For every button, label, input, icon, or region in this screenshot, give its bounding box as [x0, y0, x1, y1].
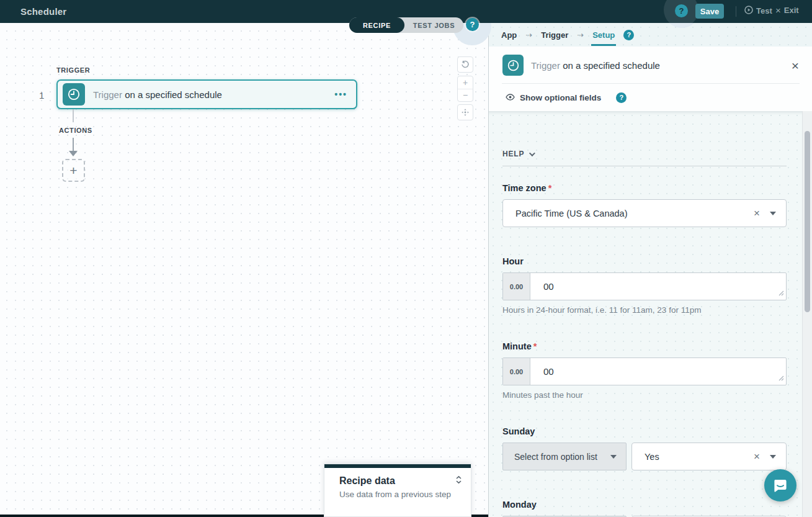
sunday-picker-label: Select from option list	[514, 452, 597, 462]
timezone-select[interactable]: Pacific Time (US & Canada) ×	[502, 199, 787, 227]
hour-hint: Hours in 24-hour format, i.e. 11 for 11a…	[502, 305, 701, 315]
view-toggle: RECIPE TEST JOBS	[349, 17, 463, 33]
sunday-select[interactable]: Yes ×	[631, 443, 787, 470]
breadcrumb-arrow-icon: ⇢	[577, 30, 584, 40]
timezone-label: Time zone*	[502, 183, 551, 193]
caret-down-icon	[610, 455, 617, 459]
chat-icon	[772, 477, 788, 493]
app-title: Scheduler	[20, 6, 66, 17]
recipe-data-subtitle: Use data from a previous step	[339, 490, 462, 499]
breadcrumb: App ⇢ Trigger ⇢ Setup ?	[489, 23, 812, 47]
actions-section-label: ACTIONS	[59, 127, 92, 134]
help-icon[interactable]: ?	[623, 30, 634, 40]
caret-down-icon[interactable]	[770, 212, 776, 215]
step-title-rest: on a specified schedule	[125, 89, 222, 100]
help-label: HELP	[502, 150, 524, 158]
trigger-header: Trigger on a specified schedule ×	[489, 47, 812, 84]
minute-input[interactable]: 0.00 00	[502, 357, 787, 385]
play-icon	[744, 6, 753, 16]
zoom-controls: + −	[457, 76, 473, 102]
optional-fields-row: Show optional fields ?	[489, 84, 812, 111]
test-button[interactable]: Test	[744, 6, 772, 16]
undo-button[interactable]	[457, 56, 473, 73]
breadcrumb-arrow-icon: ⇢	[525, 30, 532, 40]
undo-icon	[461, 60, 470, 69]
add-step-button[interactable]: +	[62, 159, 85, 182]
required-asterisk: *	[548, 183, 552, 193]
connector-line	[73, 109, 74, 122]
hour-label: Hour	[502, 256, 524, 266]
zoom-in-button[interactable]: +	[458, 76, 473, 89]
help-icon[interactable]: ?	[616, 92, 627, 103]
minute-format-badge[interactable]: 0.00	[503, 358, 530, 385]
sunday-picker-dropdown[interactable]: Select from option list	[502, 443, 627, 470]
breadcrumb-app[interactable]: App	[501, 30, 517, 40]
resize-handle[interactable]	[779, 287, 784, 298]
scrollbar-thumb[interactable]	[805, 131, 810, 312]
minute-value[interactable]: 00	[530, 358, 786, 385]
tab-test-jobs[interactable]: TEST JOBS	[404, 17, 463, 33]
recipe-data-panel[interactable]: Recipe data Use data from a previous ste…	[324, 464, 471, 517]
hour-input[interactable]: 0.00 00	[502, 272, 787, 300]
hour-value[interactable]: 00	[530, 273, 786, 300]
panel-title-prefix: Trigger	[531, 60, 560, 71]
clock-icon	[63, 83, 85, 106]
config-panel: App ⇢ Trigger ⇢ Setup ? Trigger on a spe…	[488, 23, 812, 517]
fit-view-button[interactable]	[457, 104, 473, 120]
step-title: Trigger on a specified schedule	[93, 89, 222, 100]
plus-icon: +	[69, 163, 77, 178]
eye-icon	[506, 92, 515, 103]
close-icon: ×	[775, 6, 781, 15]
resize-handle[interactable]	[779, 372, 784, 383]
minute-label: Minute*	[502, 341, 537, 351]
hour-format-badge[interactable]: 0.00	[503, 273, 530, 300]
trigger-step-card[interactable]: Trigger on a specified schedule •••	[56, 79, 357, 109]
trigger-setup-form: HELP Time zone* Pacific Time (US & Canad…	[489, 111, 812, 517]
arrow-down-icon	[73, 138, 74, 151]
required-asterisk: *	[533, 341, 537, 351]
breadcrumb-setup[interactable]: Setup	[592, 30, 615, 40]
tab-recipe[interactable]: RECIPE	[349, 17, 404, 33]
zoom-out-button[interactable]: −	[458, 89, 473, 102]
panel-title: Trigger on a specified schedule	[531, 60, 660, 71]
timezone-value: Pacific Time (US & Canada)	[515, 209, 628, 218]
test-label: Test	[756, 6, 772, 16]
help-toggle[interactable]: HELP	[502, 150, 533, 158]
clock-icon	[502, 55, 524, 76]
exit-button[interactable]: × Exit	[775, 6, 799, 15]
fit-view-icon	[461, 108, 470, 117]
trigger-section-label: TRIGGER	[56, 66, 90, 74]
close-icon[interactable]: ×	[792, 59, 799, 72]
sunday-label: Sunday	[502, 426, 535, 436]
panel-title-rest: on a specified schedule	[563, 60, 660, 71]
minute-hint: Minutes past the hour	[502, 390, 583, 400]
panel-scrollbar[interactable]	[802, 111, 812, 517]
clear-icon[interactable]: ×	[754, 208, 760, 218]
step-menu-icon[interactable]: •••	[334, 89, 347, 99]
breadcrumb-trigger[interactable]: Trigger	[541, 30, 568, 40]
exit-label: Exit	[784, 6, 799, 15]
clear-icon[interactable]: ×	[754, 451, 760, 462]
caret-down-icon[interactable]	[770, 455, 776, 459]
chat-button[interactable]	[764, 469, 796, 501]
collapse-icon[interactable]	[455, 475, 462, 487]
step-title-prefix: Trigger	[93, 89, 122, 100]
monday-label: Monday	[502, 500, 537, 510]
divider	[502, 166, 787, 166]
recipe-canvas: TRIGGER 1 Trigger on a specified schedul…	[0, 23, 488, 517]
topbar-divider	[736, 6, 736, 17]
help-beacon-icon[interactable]: ?	[466, 18, 479, 31]
save-button[interactable]: Save	[695, 4, 724, 19]
help-icon[interactable]: ?	[675, 4, 688, 17]
recipe-data-title: Recipe data	[339, 475, 395, 487]
chevron-down-icon	[529, 150, 535, 156]
arrow-down-head	[69, 151, 78, 156]
show-optional-fields-link[interactable]: Show optional fields	[520, 93, 601, 102]
sunday-value: Yes	[645, 452, 659, 462]
scheduler-app: Scheduler ? Save Test × Exit RECIPE TEST…	[0, 0, 812, 517]
step-number: 1	[39, 90, 44, 101]
